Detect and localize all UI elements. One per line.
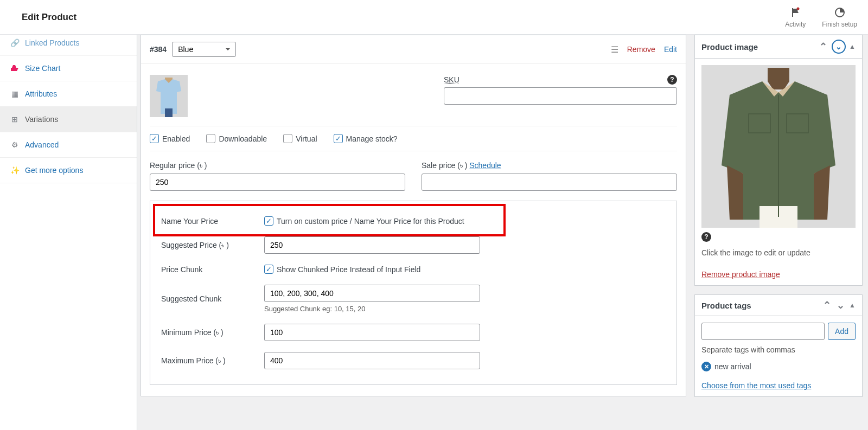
remove-tag-icon[interactable]: ✕ bbox=[701, 362, 711, 371]
variation-id: #384 bbox=[150, 45, 167, 54]
tag-label: new arrival bbox=[714, 362, 751, 371]
tag-input[interactable] bbox=[701, 323, 825, 340]
product-tags-metabox: Product tags ⌃ ⌄ ▲ Add Separate tags wit… bbox=[694, 294, 863, 397]
variation-attribute-select[interactable]: Blue bbox=[172, 42, 236, 57]
flag-icon bbox=[789, 7, 801, 18]
choose-tags-link[interactable]: Choose from the most used tags bbox=[701, 381, 811, 390]
sidebar-item-attributes[interactable]: ▦ Attributes bbox=[0, 81, 137, 107]
chevron-down-icon[interactable]: ⌄ bbox=[835, 299, 846, 311]
product-data-tabs: 🔗 Linked Products Size Chart ▦ Attribute… bbox=[0, 35, 137, 430]
svg-rect-3 bbox=[165, 108, 173, 117]
page-title: Edit Product bbox=[22, 12, 76, 23]
wand-icon: ✨ bbox=[10, 165, 20, 175]
chevron-up-icon[interactable]: ⌃ bbox=[818, 41, 828, 53]
sidebar-item-label: Linked Products bbox=[25, 38, 79, 47]
size-chart-icon bbox=[10, 63, 20, 73]
nyp-section-label: Name Your Price bbox=[161, 217, 264, 226]
chevron-up-icon[interactable]: ⌃ bbox=[822, 299, 832, 311]
product-image-preview[interactable] bbox=[701, 65, 856, 228]
variations-icon: ⊞ bbox=[10, 114, 20, 124]
nyp-enable-checkbox[interactable]: ✓ Turn on custom price / Name Your Price… bbox=[264, 216, 666, 226]
sidebar-item-linked-products[interactable]: 🔗 Linked Products bbox=[0, 35, 137, 56]
drag-handle-icon[interactable]: ☰ bbox=[611, 44, 618, 55]
checkbox-label: Enabled bbox=[162, 134, 190, 143]
sidebar-item-label: Variations bbox=[25, 115, 58, 124]
sidebar-item-get-more[interactable]: ✨ Get more options bbox=[0, 158, 137, 183]
remove-product-image-link[interactable]: Remove product image bbox=[701, 270, 780, 279]
sku-label: SKU bbox=[444, 75, 459, 84]
sidebar-item-label: Advanced bbox=[25, 140, 59, 149]
link-icon: 🔗 bbox=[10, 38, 20, 48]
checkbox-unchecked-icon bbox=[283, 134, 292, 143]
edit-variation-link[interactable]: Edit bbox=[664, 45, 677, 54]
checkbox-label: Downloadable bbox=[219, 134, 267, 143]
help-icon[interactable]: ? bbox=[667, 75, 677, 85]
suggested-chunk-hint: Suggested Chunk eg: 10, 15, 20 bbox=[264, 305, 666, 313]
price-chunk-label: Price Chunk bbox=[161, 265, 264, 274]
suggested-chunk-input[interactable] bbox=[264, 285, 480, 302]
regular-price-label: Regular price (৳ ) bbox=[150, 161, 405, 170]
sku-input[interactable] bbox=[444, 87, 677, 105]
sidebar-item-variations[interactable]: ⊞ Variations bbox=[0, 107, 137, 132]
checkbox-label: Turn on custom price / Name Your Price f… bbox=[277, 217, 464, 226]
min-price-label: Minimum Price (৳ ) bbox=[161, 328, 264, 337]
suggested-chunk-label: Suggested Chunk bbox=[161, 294, 264, 303]
checkbox-checked-icon: ✓ bbox=[264, 216, 273, 226]
checkbox-checked-icon: ✓ bbox=[334, 134, 343, 143]
sidebar-item-size-chart[interactable]: Size Chart bbox=[0, 56, 137, 81]
max-price-label: Maximum Price (৳ ) bbox=[161, 356, 264, 365]
suggested-price-label: Suggested Price (৳ ) bbox=[161, 241, 264, 250]
checkbox-label: Manage stock? bbox=[346, 134, 398, 143]
svg-point-0 bbox=[797, 7, 800, 10]
sale-price-label: Sale price (৳ ) Schedule bbox=[422, 161, 677, 170]
metabox-title: Product image bbox=[701, 42, 758, 52]
product-image-caption: Click the image to edit or update bbox=[701, 248, 856, 257]
max-price-input[interactable] bbox=[264, 352, 480, 369]
suggested-price-input[interactable] bbox=[264, 236, 480, 254]
triangle-up-icon[interactable]: ▲ bbox=[849, 301, 856, 309]
downloadable-checkbox[interactable]: Downloadable bbox=[206, 134, 267, 143]
chunk-checkbox[interactable]: ✓ Show Chunked Price Instead of Input Fi… bbox=[264, 265, 666, 274]
virtual-checkbox[interactable]: Virtual bbox=[283, 134, 317, 143]
min-price-input[interactable] bbox=[264, 324, 480, 341]
manage-stock-checkbox[interactable]: ✓ Manage stock? bbox=[334, 134, 398, 143]
checkbox-checked-icon: ✓ bbox=[150, 134, 159, 143]
checkbox-label: Show Chunked Price Instead of Input Fiel… bbox=[277, 265, 420, 274]
product-image-metabox: Product image ⌃ ⌄ ▲ bbox=[694, 35, 863, 286]
sale-price-input[interactable] bbox=[422, 174, 677, 191]
finish-setup-label: Finish setup bbox=[822, 21, 857, 28]
help-icon[interactable]: ? bbox=[701, 232, 711, 242]
activity-button[interactable]: Activity bbox=[785, 7, 806, 28]
sidebar-item-label: Get more options bbox=[25, 166, 83, 175]
sidebar-item-label: Attributes bbox=[25, 89, 57, 98]
gear-icon: ⚙ bbox=[10, 140, 20, 150]
enabled-checkbox[interactable]: ✓ Enabled bbox=[150, 134, 190, 143]
sidebar-item-advanced[interactable]: ⚙ Advanced bbox=[0, 132, 137, 158]
remove-variation-link[interactable]: Remove bbox=[627, 45, 655, 54]
triangle-up-icon[interactable]: ▲ bbox=[849, 43, 856, 50]
variation-image-thumbnail[interactable] bbox=[150, 75, 188, 117]
checkbox-unchecked-icon bbox=[206, 134, 215, 143]
attributes-icon: ▦ bbox=[10, 89, 20, 99]
tag-hint: Separate tags with commas bbox=[701, 345, 856, 354]
checkbox-label: Virtual bbox=[296, 134, 317, 143]
sidebar-item-label: Size Chart bbox=[25, 64, 60, 73]
add-tag-button[interactable]: Add bbox=[828, 323, 856, 340]
schedule-link[interactable]: Schedule bbox=[469, 161, 501, 170]
activity-label: Activity bbox=[785, 21, 806, 28]
metabox-title: Product tags bbox=[701, 301, 751, 310]
checkbox-checked-icon: ✓ bbox=[264, 265, 273, 274]
chevron-down-icon[interactable]: ⌄ bbox=[832, 40, 846, 54]
clock-icon bbox=[834, 7, 846, 18]
regular-price-input[interactable] bbox=[150, 174, 405, 191]
finish-setup-button[interactable]: Finish setup bbox=[822, 7, 857, 28]
